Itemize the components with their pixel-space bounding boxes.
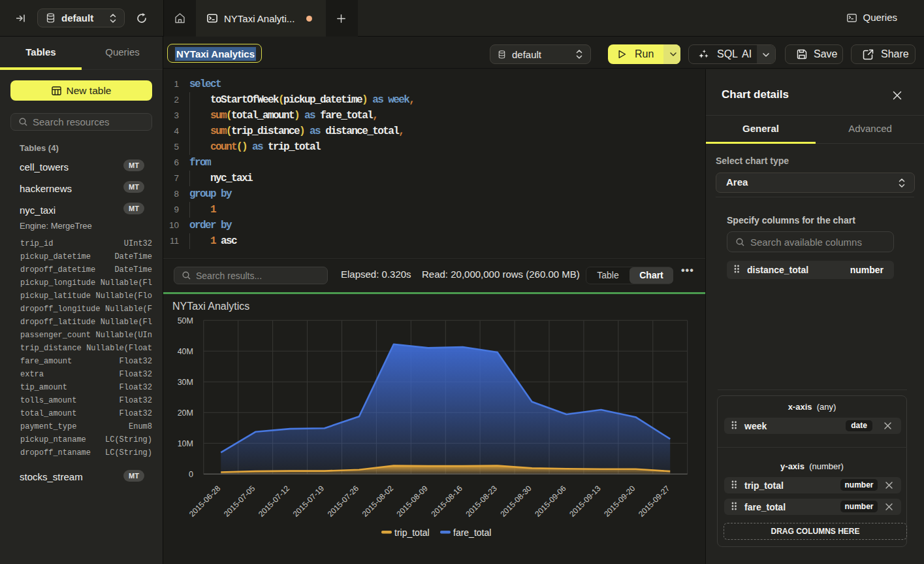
svg-text:20M: 20M (178, 408, 193, 418)
svg-text:fare_total: fare_total (453, 527, 491, 538)
svg-text:40M: 40M (178, 347, 193, 356)
svg-text:NYTaxi Analytics: NYTaxi Analytics (172, 301, 249, 312)
svg-text:0: 0 (189, 470, 193, 479)
svg-text:2015-08-16: 2015-08-16 (430, 484, 465, 519)
svg-text:2015-09-13: 2015-09-13 (567, 484, 603, 519)
svg-text:2015-07-26: 2015-07-26 (326, 484, 361, 519)
svg-text:30M: 30M (178, 378, 193, 387)
svg-text:2015-08-30: 2015-08-30 (498, 484, 534, 519)
svg-text:2015-08-02: 2015-08-02 (360, 484, 396, 519)
svg-text:2015-07-19: 2015-07-19 (291, 484, 327, 519)
svg-text:2015-08-23: 2015-08-23 (464, 484, 499, 519)
svg-text:2015-09-20: 2015-09-20 (602, 484, 637, 519)
svg-text:2015-09-06: 2015-09-06 (533, 484, 568, 519)
svg-text:2015-06-28: 2015-06-28 (187, 484, 223, 519)
svg-text:trip_total: trip_total (394, 527, 430, 538)
svg-text:2015-09-27: 2015-09-27 (637, 484, 672, 519)
svg-text:50M: 50M (178, 316, 193, 325)
svg-text:2015-07-05: 2015-07-05 (222, 484, 257, 519)
svg-text:10M: 10M (178, 439, 193, 448)
svg-text:2015-07-12: 2015-07-12 (257, 484, 292, 519)
svg-text:2015-08-09: 2015-08-09 (395, 484, 430, 519)
